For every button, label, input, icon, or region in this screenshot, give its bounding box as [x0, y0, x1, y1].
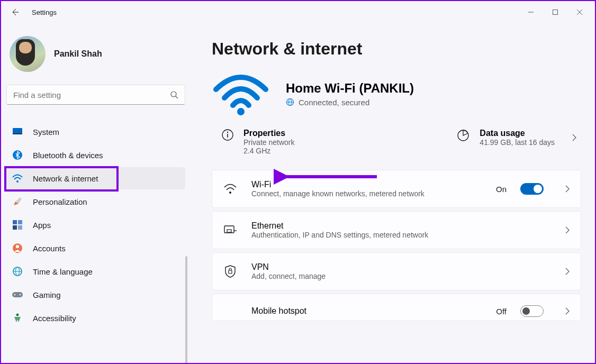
- card-list: Wi-Fi Connect, manage known networks, me…: [212, 170, 581, 321]
- sidebar-item-system[interactable]: System: [6, 121, 185, 143]
- data-usage-icon: [456, 129, 470, 142]
- sidebar-item-time-language[interactable]: Time & language: [6, 260, 185, 283]
- card-title: Ethernet: [251, 221, 428, 231]
- sidebar-item-accounts[interactable]: Accounts: [6, 237, 185, 259]
- window-title: Settings: [32, 8, 57, 16]
- sidebar-item-bluetooth[interactable]: Bluetooth & devices: [6, 144, 185, 166]
- svg-rect-34: [227, 230, 231, 232]
- ethernet-icon: [223, 223, 238, 238]
- hotspot-icon: [223, 304, 238, 319]
- vpn-card[interactable]: VPN Add, connect, manage: [212, 252, 581, 290]
- svg-rect-10: [13, 220, 17, 224]
- window-controls: [519, 4, 592, 21]
- wifi-card[interactable]: Wi-Fi Connect, manage known networks, me…: [212, 170, 581, 208]
- back-button[interactable]: [11, 8, 24, 16]
- gamepad-icon: [12, 289, 23, 301]
- network-status-block: Home Wi-Fi (PANKIL) Connected, secured: [212, 72, 581, 115]
- svg-point-4: [171, 92, 176, 97]
- titlebar: Settings: [1, 1, 595, 23]
- chevron-right-icon: [565, 226, 570, 234]
- sidebar: Pankil Shah System Bluetooth & devices N…: [1, 23, 191, 363]
- svg-point-28: [227, 132, 228, 133]
- svg-point-21: [20, 294, 21, 296]
- person-icon: [12, 242, 23, 254]
- chevron-right-icon: [565, 185, 570, 193]
- maximize-button[interactable]: [543, 4, 567, 21]
- sidebar-item-label: Personalization: [33, 197, 87, 206]
- sidebar-item-accessibility[interactable]: Accessibility: [6, 307, 185, 329]
- chevron-right-icon: [572, 133, 577, 142]
- sidebar-item-network[interactable]: Network & internet: [6, 167, 185, 189]
- summary-row: Properties Private network 2.4 GHz Data …: [212, 126, 581, 170]
- wifi-icon: [12, 172, 23, 184]
- wifi-toggle-label: On: [496, 185, 507, 194]
- profile-block[interactable]: Pankil Shah: [6, 30, 185, 81]
- chevron-right-icon: [565, 267, 570, 276]
- search-icon: [170, 90, 178, 99]
- system-icon: [12, 126, 23, 138]
- ethernet-card[interactable]: Ethernet Authentication, IP and DNS sett…: [212, 211, 581, 249]
- globe-icon: [286, 98, 294, 106]
- sidebar-item-gaming[interactable]: Gaming: [6, 284, 185, 306]
- hotspot-toggle-label: Off: [496, 307, 507, 316]
- card-subtitle: Authentication, IP and DNS settings, met…: [251, 231, 428, 239]
- close-button[interactable]: [567, 4, 592, 21]
- wifi-icon: [223, 181, 238, 196]
- svg-rect-7: [13, 133, 22, 134]
- card-subtitle: Connect, manage known networks, metered …: [251, 189, 425, 198]
- svg-line-5: [176, 96, 178, 98]
- globe-clock-icon: [12, 266, 23, 277]
- svg-point-20: [14, 294, 16, 296]
- bluetooth-icon: [12, 149, 23, 161]
- sidebar-item-label: Gaming: [33, 290, 61, 299]
- accessibility-icon: [12, 312, 23, 324]
- svg-rect-19: [12, 292, 23, 297]
- card-title: Wi-Fi: [251, 180, 425, 189]
- sidebar-item-personalization[interactable]: Personalization: [6, 190, 185, 213]
- page-title: Network & internet: [212, 39, 581, 59]
- wifi-toggle[interactable]: [520, 183, 544, 195]
- svg-point-23: [237, 108, 245, 115]
- search-box[interactable]: [6, 85, 185, 105]
- data-usage-button[interactable]: Data usage 41.99 GB, last 16 days: [456, 129, 577, 147]
- card-title: VPN: [251, 262, 326, 272]
- data-usage-title: Data usage: [480, 129, 555, 138]
- sidebar-item-label: Accessibility: [33, 314, 76, 323]
- svg-rect-36: [229, 270, 232, 274]
- sidebar-scrollbar[interactable]: [185, 256, 187, 364]
- properties-title: Properties: [243, 129, 294, 138]
- search-input[interactable]: [13, 90, 170, 99]
- svg-point-22: [16, 314, 19, 316]
- properties-network-type: Private network: [243, 138, 294, 147]
- nav-list: System Bluetooth & devices Network & int…: [6, 121, 185, 329]
- sidebar-item-label: Accounts: [33, 244, 66, 253]
- svg-point-9: [16, 180, 19, 183]
- card-subtitle: Add, connect, manage: [251, 272, 326, 280]
- hotspot-toggle[interactable]: [520, 305, 544, 317]
- svg-rect-13: [18, 225, 22, 230]
- wifi-signal-icon: [212, 72, 270, 115]
- hotspot-card[interactable]: Mobile hotspot Off: [212, 294, 581, 321]
- shield-lock-icon: [223, 264, 238, 279]
- avatar: [10, 36, 46, 72]
- paintbrush-icon: [12, 196, 23, 207]
- info-icon: [221, 129, 234, 141]
- svg-rect-12: [13, 225, 17, 230]
- sidebar-item-label: System: [33, 128, 59, 136]
- sidebar-item-apps[interactable]: Apps: [6, 214, 185, 236]
- sidebar-item-label: Bluetooth & devices: [33, 151, 103, 160]
- properties-band: 2.4 GHz: [243, 147, 294, 155]
- user-name: Pankil Shah: [54, 49, 102, 59]
- minimize-button[interactable]: [519, 4, 543, 21]
- chevron-right-icon: [565, 307, 570, 315]
- network-ssid: Home Wi-Fi (PANKIL): [286, 81, 414, 96]
- card-title: Mobile hotspot: [251, 306, 306, 316]
- sidebar-item-label: Apps: [33, 221, 51, 230]
- data-usage-details: 41.99 GB, last 16 days: [480, 138, 555, 147]
- svg-rect-11: [18, 220, 22, 224]
- sidebar-item-label: Network & internet: [33, 174, 98, 183]
- properties-button[interactable]: Properties Private network 2.4 GHz: [221, 129, 294, 155]
- svg-rect-1: [553, 10, 558, 15]
- sidebar-item-label: Time & language: [33, 267, 93, 276]
- network-status-text: Connected, secured: [299, 98, 369, 107]
